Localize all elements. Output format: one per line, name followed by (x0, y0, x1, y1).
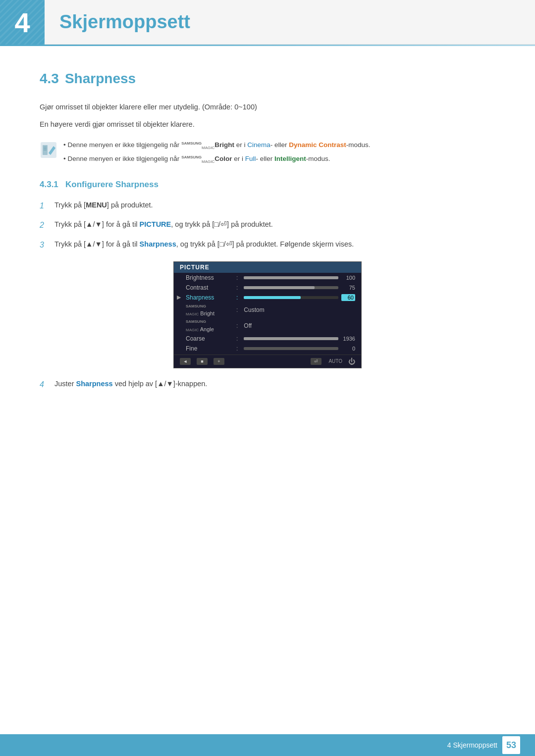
menu-cursor-icon: ▶ (177, 294, 181, 301)
step-3-text: Trykk på [▲/▼] for å gå til Sharpness, o… (54, 239, 354, 250)
bottom-icon-enter: ⏎ (311, 358, 321, 365)
step-1: 1 Trykk på [MENU] på produktet. (40, 200, 495, 212)
menu-label-magic-bright: SAMSUNG MAGIC Bright (186, 304, 230, 317)
bottom-auto-label: AUTO (328, 358, 342, 364)
menu-label-brightness: Brightness (186, 274, 230, 281)
menu-row-sharpness: ▶ Sharpness : 60 (174, 293, 361, 302)
menu-row-fine: Fine : 0 (174, 344, 361, 353)
step-2: 2 Trykk på [▲/▼] for å gå til PICTURE, o… (40, 219, 495, 232)
page-header: 4 Skjermoppsett (0, 0, 535, 45)
steps-list: 1 Trykk på [MENU] på produktet. 2 Trykk … (40, 200, 495, 252)
page-footer: 4 Skjermoppsett 53 (0, 734, 535, 756)
footer-label: 4 Skjermoppsett (447, 741, 497, 749)
menu-label-contrast: Contrast (186, 284, 230, 291)
bottom-icon-minus: ■ (197, 358, 208, 365)
menu-row-contrast: Contrast : 75 (174, 283, 361, 293)
step-4-number: 4 (40, 378, 50, 391)
note-line-1: Denne menyen er ikke tilgjengelig når SA… (63, 140, 371, 151)
bottom-icon-back: ◄ (180, 358, 191, 365)
menu-label-sharpness: Sharpness (186, 294, 230, 301)
menu-row-coarse: Coarse : 1936 (174, 334, 361, 344)
step-1-number: 1 (40, 200, 50, 212)
menu-label-fine: Fine (186, 345, 230, 352)
subsection-heading: 4.3.1 Konfigurere Sharpness (40, 180, 495, 190)
subsection-number: 4.3.1 (40, 180, 58, 189)
picture-menu-header: PICTURE (174, 262, 361, 273)
picture-menu-screenshot: PICTURE Brightness : 100 Contrast : 75 (173, 261, 362, 368)
chapter-number: 4 (14, 6, 30, 39)
section-number: 4.3 (40, 71, 59, 87)
menu-row-magic-bright: SAMSUNG MAGIC Bright : Custom (174, 302, 361, 318)
note-icon (40, 141, 57, 159)
menu-bottom-bar: ◄ ■ + ⏎ AUTO ⏻ (174, 354, 361, 368)
menu-label-coarse: Coarse (186, 335, 230, 342)
step-4-text: Juster Sharpness ved hjelp av [▲/▼]-knap… (54, 378, 207, 391)
footer-page-number: 53 (502, 736, 520, 754)
description-2: En høyere verdi gjør omrisset til objekt… (40, 119, 495, 130)
note-box: Denne menyen er ikke tilgjengelig når SA… (40, 140, 495, 164)
note-line-2: Denne menyen er ikke tilgjengelig når SA… (63, 154, 371, 165)
section-title: Sharpness (65, 71, 136, 87)
description-1: Gjør omrisset til objekter klarere eller… (40, 101, 495, 113)
chapter-title: Skjermoppsett (45, 0, 190, 44)
section-heading: 4.3 Sharpness (40, 71, 495, 87)
note-lines: Denne menyen er ikke tilgjengelig når SA… (63, 140, 371, 164)
step-1-text: Trykk på [MENU] på produktet. (54, 200, 153, 211)
bottom-power-icon: ⏻ (348, 357, 355, 365)
chapter-number-box: 4 (0, 0, 45, 45)
step-2-number: 2 (40, 219, 50, 232)
step-4: 4 Juster Sharpness ved hjelp av [▲/▼]-kn… (40, 378, 495, 391)
subsection-title: Konfigurere Sharpness (65, 180, 159, 189)
step-3-number: 3 (40, 239, 50, 252)
step-3: 3 Trykk på [▲/▼] for å gå til Sharpness,… (40, 239, 495, 252)
bottom-icon-plus: + (214, 358, 224, 365)
step-2-text: Trykk på [▲/▼] for å gå til PICTURE, og … (54, 219, 273, 230)
menu-label-magic-angle: SAMSUNG MAGIC Angle (186, 319, 230, 332)
menu-row-brightness: Brightness : 100 (174, 273, 361, 283)
menu-row-magic-angle: SAMSUNG MAGIC Angle : Off (174, 318, 361, 334)
main-content: 4.3 Sharpness Gjør omrisset til objekter… (0, 46, 535, 430)
